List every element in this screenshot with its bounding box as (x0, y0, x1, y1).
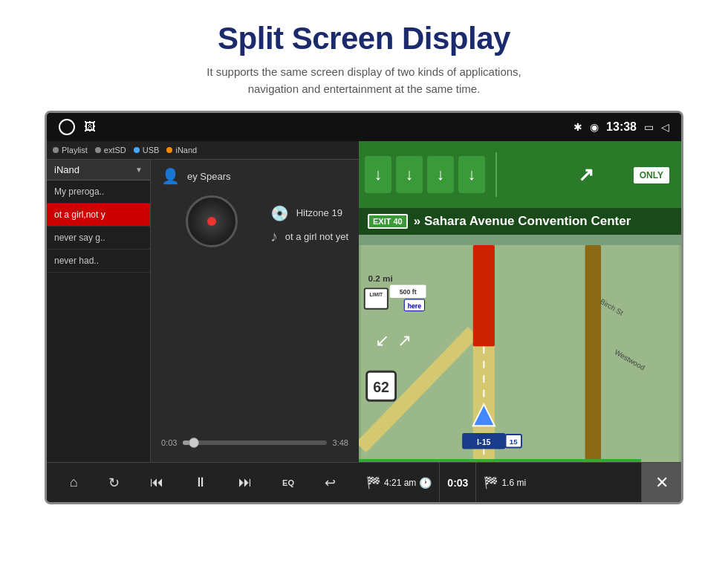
music-player-panel: Playlist extSD USB iNand iNand ▼ My prer… (47, 141, 359, 502)
progress-thumb[interactable] (189, 438, 199, 448)
nav-bottom-bar: 🏁 4:21 am 🕐 0:03 🏁 1.6 mi ✕ (359, 462, 681, 502)
playlist-label[interactable]: Playlist (62, 146, 88, 155)
clock-icon: 🕐 (419, 477, 432, 489)
back-button[interactable]: ↩ (320, 470, 340, 495)
exit-sign-bar: EXIT 40 » Sahara Avenue Convention Cente… (359, 208, 681, 235)
person-icon: 👤 (161, 167, 180, 185)
page-subtitle: It supports the same screen display of t… (30, 64, 698, 97)
back-icon: ◁ (661, 121, 669, 133)
track-artist: ey Spears (187, 171, 231, 182)
svg-rect-4 (585, 245, 601, 462)
svg-text:↙: ↙ (375, 331, 389, 350)
arrow-4: ↓ (458, 156, 485, 193)
disc-center (207, 217, 216, 226)
svg-text:15: 15 (510, 438, 518, 446)
left-top-area: iNand ▼ My preroga.. ot a girl,not y nev… (47, 160, 359, 462)
arrow-1: ↓ (365, 156, 391, 193)
pause-button[interactable]: ⏸ (189, 470, 212, 495)
split-area: Playlist extSD USB iNand iNand ▼ My prer… (47, 141, 681, 502)
playlist-dot (53, 147, 59, 153)
usb-label[interactable]: USB (143, 146, 160, 155)
time-total: 3:48 (333, 438, 348, 447)
progress-track[interactable] (183, 440, 326, 445)
svg-text:500 ft: 500 ft (400, 288, 417, 296)
svg-text:0.2 mi: 0.2 mi (368, 273, 393, 283)
svg-text:LIMIT: LIMIT (369, 292, 383, 297)
nav-elapsed-time: 0:03 (447, 477, 468, 489)
usb-dot (134, 147, 140, 153)
eq-button[interactable]: EQ (278, 474, 299, 492)
track-album-row: 💿 Hitzone 19 (270, 204, 348, 222)
exit-street: » Sahara Avenue Convention Center (414, 214, 631, 229)
nav-map: ↓ ↓ ↓ ↓ ↗ ONLY EXIT 40 » Sahara Avenue C… (359, 141, 681, 462)
inand-dot (166, 147, 172, 153)
svg-text:62: 62 (373, 379, 389, 395)
music-note-icon: ♪ (270, 228, 278, 245)
dropdown-arrow-icon: ▼ (135, 166, 143, 174)
progress-bar-container: 0:03 3:48 (161, 438, 348, 447)
highway-arrows: ↓ ↓ ↓ ↓ (365, 156, 485, 193)
svg-rect-5 (473, 245, 495, 346)
progress-section: 0:03 3:48 (161, 435, 348, 455)
playlist-item-1[interactable]: ot a girl,not y (47, 204, 150, 227)
close-icon: ✕ (655, 473, 669, 492)
time-current: 0:03 (161, 438, 177, 447)
next-button[interactable]: ⏭ (234, 470, 256, 495)
repeat-button[interactable]: ↻ (104, 470, 124, 495)
playlist-item-0[interactable]: My preroga.. (47, 181, 150, 204)
nav-dist-section: 🏁 1.6 mi (476, 463, 641, 502)
circle-icon (59, 119, 75, 135)
disc-art (186, 195, 238, 247)
location-icon: ◉ (590, 121, 599, 133)
flag-start-icon: 🏁 (366, 475, 381, 490)
page-title: Split Screen Display (30, 21, 698, 56)
highway-sign: ↓ ↓ ↓ ↓ ↗ ONLY (359, 141, 681, 208)
extsd-dot (95, 147, 101, 153)
map-svg: I-15 15 Birch St Westwood 500 ft here (359, 245, 681, 462)
extsd-label[interactable]: extSD (104, 146, 126, 155)
device-frame: 🖼 ✱ ◉ 13:38 ▭ ◁ Playlist extSD USB iNand (45, 111, 683, 504)
track-title: ot a girl not yet (285, 231, 348, 242)
source-selector-bar: Playlist extSD USB iNand (47, 141, 359, 160)
inand-label[interactable]: iNand (175, 146, 197, 155)
svg-rect-0 (361, 245, 679, 462)
disc-icon: 💿 (270, 204, 289, 222)
page-header: Split Screen Display It supports the sam… (0, 0, 728, 111)
track-info: 👤 ey Spears 💿 (161, 167, 348, 258)
playlist-sidebar: iNand ▼ My preroga.. ot a girl,not y nev… (47, 160, 151, 462)
playlist-dropdown[interactable]: iNand ▼ (47, 160, 150, 181)
svg-text:I-15: I-15 (477, 438, 490, 446)
track-album: Hitzone 19 (296, 207, 342, 218)
nav-close-button[interactable]: ✕ (641, 463, 681, 502)
svg-text:↗: ↗ (397, 331, 412, 350)
image-icon: 🖼 (84, 120, 96, 134)
status-bar: 🖼 ✱ ◉ 13:38 ▭ ◁ (47, 113, 681, 141)
status-time: 13:38 (606, 120, 637, 134)
nav-elapsed-section: 0:03 (440, 463, 476, 502)
prev-button[interactable]: ⏮ (146, 470, 168, 495)
navigation-panel: ↓ ↓ ↓ ↓ ↗ ONLY EXIT 40 » Sahara Avenue C… (359, 141, 681, 502)
playlist-item-3[interactable]: never had.. (47, 250, 150, 273)
track-artist-row: 👤 ey Spears (161, 167, 348, 185)
disc-container (186, 195, 238, 247)
arrow-3: ↓ (427, 156, 454, 193)
only-sign: ONLY (634, 167, 669, 183)
svg-text:here: here (408, 302, 422, 310)
nav-arrival-section: 🏁 4:21 am 🕐 (359, 463, 440, 502)
track-title-row: ♪ ot a girl not yet (270, 228, 348, 245)
arrow-2: ↓ (396, 156, 423, 193)
bluetooth-icon: ✱ (573, 121, 582, 133)
player-area: 👤 ey Spears 💿 (151, 160, 359, 462)
map-road-area: I-15 15 Birch St Westwood 500 ft here (359, 245, 681, 462)
dropdown-label: iNand (54, 164, 79, 175)
exit-badge: EXIT 40 (368, 214, 408, 229)
nav-arrival-time: 4:21 am (384, 478, 416, 488)
controls-bar: ⌂ ↻ ⏮ ⏸ ⏭ EQ ↩ (47, 462, 359, 502)
home-button[interactable]: ⌂ (65, 470, 82, 495)
playlist-item-2[interactable]: never say g.. (47, 227, 150, 250)
nav-dist-value: 1.6 mi (501, 478, 526, 488)
battery-icon: ▭ (644, 121, 654, 133)
flag-end-icon: 🏁 (484, 475, 498, 490)
